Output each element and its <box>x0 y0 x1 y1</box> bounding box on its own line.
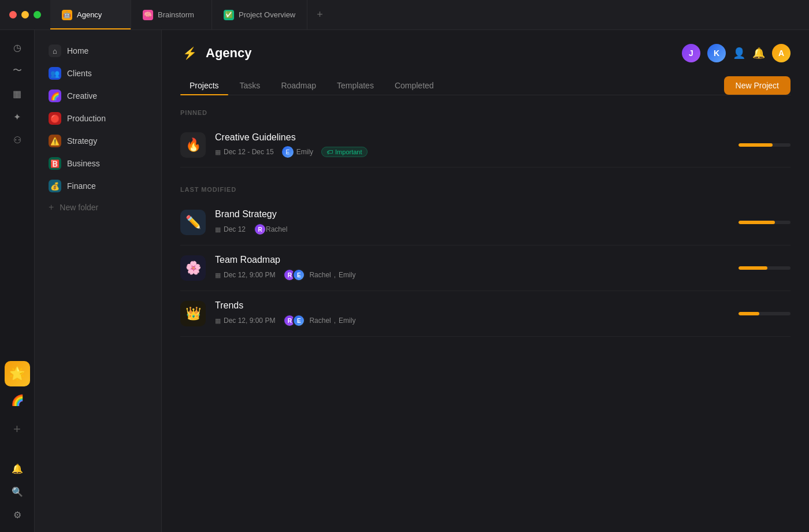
nav-pulse[interactable]: 〜 <box>7 60 28 81</box>
home-icon: ⌂ <box>49 44 61 57</box>
add-workspace-button[interactable]: + <box>7 419 28 440</box>
project-date-range-value: Dec 12 - Dec 15 <box>224 148 274 156</box>
project-info-trends: Trends ▦ Dec 12, 9:00 PM R E Rachel, <box>215 300 729 327</box>
add-member-icon[interactable]: 👤 <box>733 47 745 59</box>
pinned-label: PINNED <box>180 109 791 116</box>
progress-bar-fill <box>739 221 775 224</box>
project-date-trends: ▦ Dec 12, 9:00 PM <box>215 317 275 325</box>
tab-templates[interactable]: Templates <box>328 76 383 95</box>
tab-brainstorm-icon: 🧠 <box>143 10 153 20</box>
bell-icon[interactable]: 🔔 <box>7 458 28 479</box>
project-info-creative-guidelines: Creative Guidelines ▦ Dec 12 - Dec 15 E … <box>215 132 729 158</box>
progress-bar-fill <box>739 312 759 315</box>
nav-team[interactable]: ⚇ <box>7 129 28 150</box>
maximize-button[interactable] <box>34 11 41 18</box>
finance-icon: 💰 <box>49 180 61 192</box>
project-date-roadmap-value: Dec 12, 9:00 PM <box>224 271 275 279</box>
sidebar-label-strategy: Strategy <box>67 136 97 146</box>
tab-overview-label: Project Overview <box>239 10 295 19</box>
new-folder-label: New folder <box>60 203 98 212</box>
calendar-icon: ▦ <box>215 317 221 325</box>
header-avatar-1[interactable]: J <box>682 44 700 62</box>
sidebar-label-clients: Clients <box>67 69 92 78</box>
nav-calendar[interactable]: ▦ <box>7 83 28 104</box>
strategy-icon: ⚠️ <box>49 135 61 147</box>
new-folder-button[interactable]: + New folder <box>39 198 157 217</box>
sidebar-item-finance[interactable]: 💰 Finance <box>39 175 157 197</box>
sidebar-label-home: Home <box>67 46 88 55</box>
project-icon-trends: 👑 <box>180 301 206 326</box>
project-progress-brand <box>739 221 791 224</box>
rainbow-app-icon[interactable]: 🌈 <box>7 390 28 411</box>
sidebar-item-clients[interactable]: 👥 Clients <box>39 62 157 84</box>
minimize-button[interactable] <box>21 11 29 18</box>
avatars-group: R <box>254 223 263 236</box>
project-name-trends: Trends <box>215 300 729 311</box>
sidebar-item-home[interactable]: ⌂ Home <box>39 40 157 62</box>
sidebar-label-production: Production <box>67 114 106 123</box>
current-app-icon[interactable]: 🌟 <box>5 361 30 386</box>
title-bar: 🤖 Agency 🧠 Brainstorm ✅ Project Overview… <box>0 0 809 30</box>
assignees-label2-trends: Emily <box>339 317 355 325</box>
content-area: ⚡ Agency J K 👤 🔔 A Projects Tasks Roadma… <box>162 30 809 532</box>
avatars-group-trends: R E <box>283 314 302 327</box>
calendar-icon: ▦ <box>215 148 221 156</box>
progress-bar-container <box>739 143 791 147</box>
tab-roadmap[interactable]: Roadmap <box>272 76 325 95</box>
add-tab-button[interactable]: + <box>307 0 332 29</box>
assignee-name: Emily <box>296 148 313 156</box>
page-title: Agency <box>206 46 251 61</box>
icon-bar: ◷ 〜 ▦ ✦ ⚇ 🌟 🌈 + 🔔 🔍 ⚙ <box>0 30 35 532</box>
main-layout: ◷ 〜 ▦ ✦ ⚇ 🌟 🌈 + 🔔 🔍 ⚙ ⌂ Home 👥 Clients 🌈… <box>0 30 809 532</box>
settings-icon[interactable]: ⚙ <box>7 504 28 525</box>
last-modified-label: LAST MODIFIED <box>180 186 791 193</box>
assignees-label2-roadmap: Emily <box>339 271 355 279</box>
project-card-brand-strategy[interactable]: ✏️ Brand Strategy ▦ Dec 12 R Rachel <box>180 200 791 245</box>
close-button[interactable] <box>9 11 17 18</box>
search-icon[interactable]: 🔍 <box>7 481 28 502</box>
creative-icon: 🌈 <box>49 90 61 102</box>
tab-projects[interactable]: Projects <box>180 76 228 95</box>
nav-tabs: Projects Tasks Roadmap Templates Complet… <box>180 76 791 95</box>
rachel-avatar: R <box>254 223 266 236</box>
header-avatar-2[interactable]: K <box>707 44 726 62</box>
sidebar-label-business: Business <box>67 159 100 168</box>
sidebar-label-creative: Creative <box>67 91 97 101</box>
assignees-label-brand: Rachel <box>266 225 287 233</box>
tab-project-overview[interactable]: ✅ Project Overview <box>212 0 307 29</box>
last-modified-section: LAST MODIFIED ✏️ Brand Strategy ▦ Dec 12… <box>180 186 791 337</box>
project-card-team-roadmap[interactable]: 🌸 Team Roadmap ▦ Dec 12, 9:00 PM R E <box>180 245 791 291</box>
nav-star[interactable]: ✦ <box>7 106 28 127</box>
sidebar-item-production[interactable]: 🔴 Production <box>39 107 157 129</box>
project-card-trends[interactable]: 👑 Trends ▦ Dec 12, 9:00 PM R E <box>180 291 791 337</box>
project-assignees-roadmap: R E Rachel, Emily <box>283 269 355 281</box>
sidebar: ⌂ Home 👥 Clients 🌈 Creative 🔴 Production… <box>35 30 162 532</box>
nav-activity[interactable]: ◷ <box>7 37 28 58</box>
tab-tasks[interactable]: Tasks <box>231 76 270 95</box>
user-avatar[interactable]: A <box>772 44 791 62</box>
progress-bar-fill <box>739 266 767 270</box>
project-progress-creative-guidelines <box>739 143 791 147</box>
page-emoji: ⚡ <box>180 44 199 62</box>
header-actions: J K 👤 🔔 A <box>682 44 791 62</box>
tab-completed[interactable]: Completed <box>385 76 443 95</box>
project-date-roadmap: ▦ Dec 12, 9:00 PM <box>215 271 275 279</box>
calendar-icon: ▦ <box>215 226 221 233</box>
project-progress-roadmap <box>739 266 791 270</box>
tab-agency[interactable]: 🤖 Agency <box>50 0 131 29</box>
project-name-creative-guidelines: Creative Guidelines <box>215 132 729 143</box>
new-project-button[interactable]: New Project <box>724 76 791 95</box>
notification-icon[interactable]: 🔔 <box>752 47 765 59</box>
avatars-group: R E <box>283 269 302 281</box>
sidebar-item-strategy[interactable]: ⚠️ Strategy <box>39 130 157 152</box>
project-card-creative-guidelines[interactable]: 🔥 Creative Guidelines ▦ Dec 12 - Dec 15 … <box>180 123 791 168</box>
sidebar-item-creative[interactable]: 🌈 Creative <box>39 85 157 107</box>
project-meta-creative-guidelines: ▦ Dec 12 - Dec 15 E Emily 🏷 Important <box>215 146 729 158</box>
tab-brainstorm[interactable]: 🧠 Brainstorm <box>131 0 212 29</box>
business-icon: 🅱️ <box>49 157 61 170</box>
tag-label: Important <box>335 148 362 155</box>
project-date-brand: ▦ Dec 12 <box>215 225 246 233</box>
traffic-lights <box>0 0 50 29</box>
emily-avatar-roadmap: E <box>292 269 305 281</box>
sidebar-item-business[interactable]: 🅱️ Business <box>39 152 157 174</box>
